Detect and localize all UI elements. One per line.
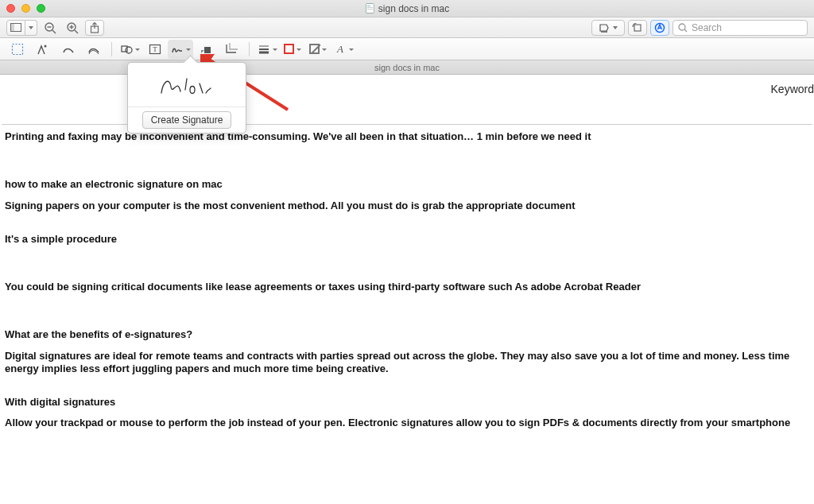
sidebar-dropdown-button[interactable] — [25, 20, 37, 36]
search-input[interactable]: Search — [673, 20, 808, 36]
svg-marker-29 — [201, 50, 204, 53]
svg-rect-18 — [634, 25, 641, 31]
document-tab-bar: sign docs in mac — [0, 60, 814, 75]
crop-tool-button[interactable] — [219, 40, 244, 59]
selection-tool-button[interactable] — [5, 40, 30, 59]
window-title-text: sign docs in mac — [378, 3, 449, 14]
svg-line-11 — [75, 30, 78, 33]
maximize-icon[interactable] — [37, 4, 45, 13]
line-style-button[interactable] — [254, 40, 280, 59]
svg-rect-3 — [366, 9, 372, 10]
draw-tool-button[interactable] — [56, 40, 81, 59]
paragraph: Signing papers on your computer is the m… — [5, 200, 809, 212]
border-color-button[interactable] — [280, 40, 305, 59]
minimize-icon[interactable] — [21, 4, 30, 13]
document-content: Keyword Printing and faxing may be incon… — [0, 75, 814, 504]
svg-rect-2 — [366, 7, 372, 8]
share-button[interactable] — [85, 20, 104, 36]
heading: how to make an electronic signature on m… — [5, 178, 809, 191]
svg-rect-0 — [366, 4, 374, 14]
highlight-button[interactable] — [591, 20, 625, 36]
paragraph: It's a simple procedure — [5, 233, 809, 246]
paragraph: Printing and faxing may be inconvenient … — [5, 130, 809, 143]
rotate-button[interactable] — [628, 20, 647, 36]
sidebar-toggle-button[interactable] — [6, 20, 25, 36]
shapes-button[interactable] — [117, 40, 142, 59]
titlebar: sign docs in mac — [0, 0, 814, 17]
markup-toggle-button[interactable] — [650, 20, 669, 36]
horizontal-rule — [2, 124, 812, 125]
svg-marker-17 — [613, 26, 618, 29]
search-placeholder: Search — [692, 22, 722, 33]
heading: With digital signatures — [5, 396, 809, 409]
search-icon — [678, 23, 688, 33]
svg-point-20 — [679, 24, 685, 30]
note-tool-button[interactable] — [193, 40, 219, 59]
text-tool-button[interactable]: T — [142, 40, 168, 59]
svg-text:A: A — [336, 43, 343, 55]
window-controls — [6, 4, 45, 13]
instant-alpha-button[interactable] — [30, 40, 56, 59]
svg-marker-6 — [29, 26, 33, 29]
zoom-out-button[interactable] — [41, 20, 60, 36]
markup-toolbar: T A — [0, 38, 814, 60]
signature-preview[interactable] — [128, 63, 246, 107]
window-title: sign docs in mac — [365, 3, 449, 14]
paragraph: You could be signing critical documents … — [5, 281, 809, 293]
document-tab-label[interactable]: sign docs in mac — [374, 63, 440, 72]
svg-text:T: T — [153, 45, 157, 53]
document-icon — [365, 3, 374, 14]
svg-line-21 — [684, 29, 687, 32]
paragraph: Allow your trackpad or mouse to perform … — [5, 417, 809, 429]
keyword-label: Keyword — [771, 83, 814, 95]
svg-line-8 — [52, 30, 56, 33]
heading: What are the benefits of e-signatures? — [5, 328, 809, 341]
text-style-button[interactable]: A — [331, 40, 356, 59]
paragraph: Digital signatures are ideal for remote … — [5, 350, 809, 376]
separator — [249, 42, 250, 56]
sketch-tool-button[interactable] — [81, 40, 107, 59]
separator — [111, 42, 112, 56]
close-icon[interactable] — [6, 4, 15, 13]
svg-point-25 — [126, 47, 132, 53]
svg-rect-5 — [11, 24, 14, 32]
create-signature-button[interactable]: Create Signature — [142, 111, 232, 129]
svg-rect-22 — [13, 44, 23, 54]
fill-color-button[interactable] — [305, 40, 331, 59]
signature-popover: Create Signature — [127, 62, 246, 134]
svg-rect-1 — [366, 6, 370, 6]
zoom-in-button[interactable] — [63, 20, 82, 36]
svg-point-23 — [45, 45, 47, 47]
main-toolbar: Search — [0, 17, 814, 38]
